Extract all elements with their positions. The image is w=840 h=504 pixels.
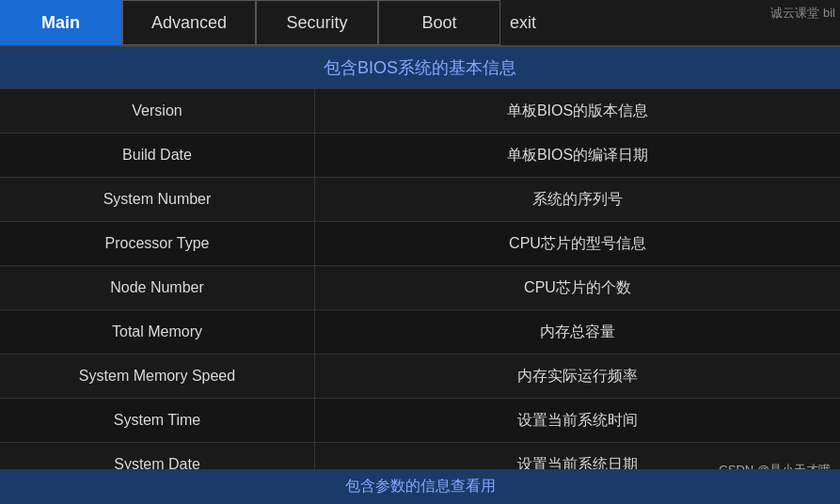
watermark-top: 诚云课堂 bil — [770, 5, 835, 22]
row-value-build-date: 单板BIOS的编译日期 — [315, 134, 840, 177]
row-label-system-time: System Time — [0, 399, 315, 442]
tab-exit[interactable]: exit 诚云课堂 bil — [500, 0, 840, 45]
table-row: Total Memory 内存总容量 — [0, 310, 840, 354]
row-label-system-number: System Number — [0, 178, 315, 221]
row-label-memory-speed: System Memory Speed — [0, 354, 315, 398]
screen: Main Advanced Security Boot exit 诚云课堂 bi… — [0, 0, 840, 504]
table-row: System Memory Speed 内存实际运行频率 — [0, 354, 840, 399]
row-label-node-number: Node Number — [0, 266, 315, 309]
table-row: Build Date 单板BIOS的编译日期 — [0, 134, 840, 178]
row-value-processor-type: CPU芯片的型号信息 — [315, 222, 840, 265]
row-value-system-time: 设置当前系统时间 — [315, 399, 840, 442]
row-label-build-date: Build Date — [0, 134, 315, 177]
info-table: Version 单板BIOS的版本信息 Build Date 单板BIOS的编译… — [0, 89, 840, 504]
row-label-total-memory: Total Memory — [0, 310, 315, 354]
table-row: Node Number CPU芯片的个数 — [0, 266, 840, 310]
table-row: Processor Type CPU芯片的型号信息 — [0, 222, 840, 266]
tab-security[interactable]: Security — [256, 0, 378, 45]
row-label-processor-type: Processor Type — [0, 222, 315, 265]
table-row: System Number 系统的序列号 — [0, 178, 840, 222]
row-value-total-memory: 内存总容量 — [315, 310, 840, 354]
row-value-version: 单板BIOS的版本信息 — [315, 89, 840, 133]
section-header: 包含BIOS系统的基本信息 — [0, 47, 840, 89]
table-row: System Time 设置当前系统时间 — [0, 399, 840, 443]
tab-boot[interactable]: Boot — [378, 0, 500, 45]
row-value-memory-speed: 内存实际运行频率 — [315, 354, 840, 398]
tab-advanced[interactable]: Advanced — [122, 0, 256, 45]
tab-main[interactable]: Main — [0, 0, 122, 45]
tab-bar: Main Advanced Security Boot exit 诚云课堂 bi… — [0, 0, 840, 47]
row-label-version: Version — [0, 89, 315, 133]
row-value-system-number: 系统的序列号 — [315, 178, 840, 221]
content-area: 包含BIOS系统的基本信息 Version 单板BIOS的版本信息 Build … — [0, 47, 840, 504]
table-row: Version 单板BIOS的版本信息 — [0, 89, 840, 134]
bottom-partial-header: 包含参数的信息查看用 — [0, 469, 840, 504]
row-value-node-number: CPU芯片的个数 — [315, 266, 840, 309]
